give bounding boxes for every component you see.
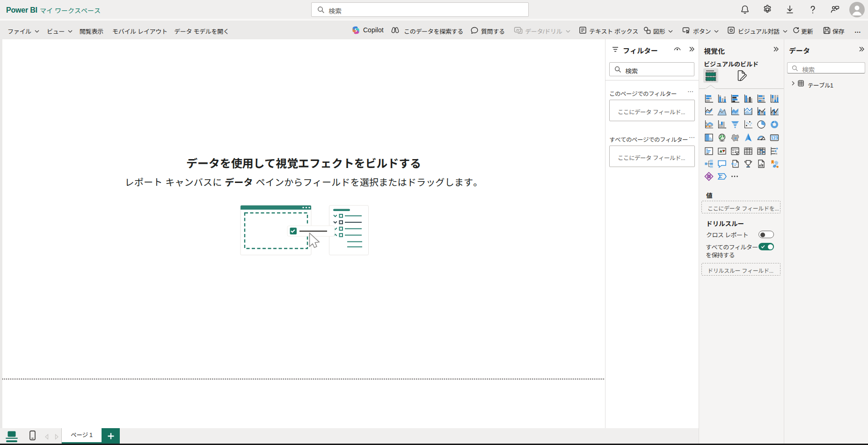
svg-text:123: 123 (771, 136, 778, 140)
